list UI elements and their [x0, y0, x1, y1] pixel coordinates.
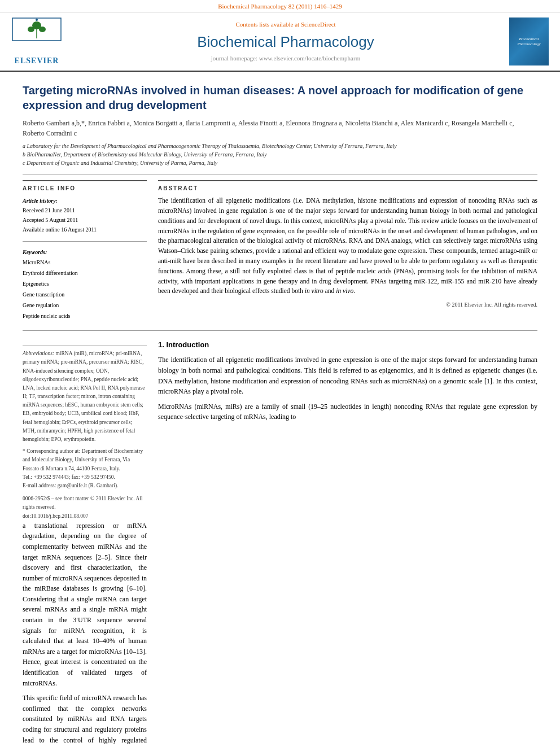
- body-left-column: Abbreviations: miRNA (miR), microRNA; pr…: [23, 340, 147, 521]
- doi-line: doi:10.1016/j.bcp.2011.08.007: [23, 512, 147, 521]
- keywords-label: Keywords:: [23, 247, 147, 257]
- keyword-3: Epigenetics: [23, 278, 147, 289]
- affiliation-a: a Laboratory for the Development of Phar…: [23, 142, 537, 150]
- available-date: Available online 16 August 2011: [23, 225, 147, 234]
- affiliation-b: b BioPharmaNet, Department of Biochemist…: [23, 150, 537, 159]
- svg-point-3: [28, 27, 34, 32]
- article-info-label: ARTICLE INFO: [23, 185, 147, 193]
- email-person: (R. Gambari).: [88, 483, 118, 488]
- elsevier-logo: ELSEVIER: [11, 17, 62, 66]
- authors-line: Roberto Gambari a,b,*, Enrica Fabbri a, …: [23, 118, 537, 138]
- article-info-box: ARTICLE INFO Article history: Received 2…: [23, 180, 147, 321]
- keyword-2: Erythroid differentiation: [23, 268, 147, 278]
- journal-name: Biochemical Pharmacology: [73, 32, 498, 52]
- abstract-text: The identification of all epigenetic mod…: [158, 196, 537, 296]
- email-line: E-mail address: gam@unife.it (R. Gambari…: [23, 482, 147, 490]
- accepted-date: Accepted 5 August 2011: [23, 215, 147, 225]
- elsevier-logo-svg: [11, 17, 62, 51]
- intro-heading: 1. Introduction: [158, 340, 537, 350]
- email-label: E-mail address:: [23, 483, 56, 488]
- body-separator: [23, 330, 537, 331]
- header-separator: [23, 174, 537, 174]
- received-date: Received 21 June 2011: [23, 206, 147, 215]
- keyword-1: MicroRNAs: [23, 257, 147, 268]
- journal-title-area: Contents lists available at ScienceDirec…: [73, 20, 498, 63]
- article-title: Targeting microRNAs involved in human di…: [23, 83, 537, 112]
- footnotes-area: Abbreviations: miRNA (miR), microRNA; pr…: [23, 346, 147, 521]
- keywords-section: Keywords: MicroRNAs Erythroid differenti…: [23, 241, 147, 321]
- history-label: Article history:: [23, 196, 147, 206]
- article-info-column: ARTICLE INFO Article history: Received 2…: [23, 180, 147, 321]
- authors-text: Roberto Gambari a,b,*, Enrica Fabbri a, …: [23, 119, 514, 137]
- keywords-separator: [23, 241, 147, 242]
- intro-para4-left: This specific field of microRNA research…: [23, 693, 147, 747]
- email-address: gam@unife.it: [58, 483, 87, 488]
- body-row2-left: a translational repression or mRNA degra…: [23, 521, 147, 747]
- journal-homepage: journal homepage: www.elsevier.com/locat…: [73, 54, 498, 63]
- keyword-list: MicroRNAs Erythroid differentiation Epig…: [23, 257, 147, 321]
- intro-para2: MicroRNAs (miRNAs, miRs) are a family of…: [158, 401, 537, 422]
- body-content: Abbreviations: miRNA (miR), microRNA; pr…: [23, 340, 537, 521]
- keyword-5: Gene regulation: [23, 300, 147, 311]
- thumb-title-text: BiochemicalPharmacology: [517, 37, 540, 46]
- abstract-column: ABSTRACT The identification of all epige…: [158, 180, 537, 321]
- journal-header: ELSEVIER Contents lists available at Sci…: [0, 12, 560, 72]
- abstract-box: ABSTRACT The identification of all epige…: [158, 180, 537, 309]
- sciencedirect-notice: Contents lists available at ScienceDirec…: [73, 20, 498, 29]
- journal-citation: Biochemical Pharmacology 82 (2011) 1416–…: [0, 0, 560, 12]
- keyword-6: Peptide nucleic acids: [23, 311, 147, 321]
- affiliation-c: c Department of Organic and Industrial C…: [23, 159, 537, 167]
- citation-text: Biochemical Pharmacology 82 (2011) 1416–…: [218, 3, 342, 10]
- intro-para3-left: a translational repression or mRNA degra…: [23, 521, 147, 689]
- abstract-label: ABSTRACT: [158, 185, 537, 193]
- elsevier-brand-text: ELSEVIER: [11, 55, 62, 67]
- journal-thumbnail: BiochemicalPharmacology: [509, 18, 549, 65]
- abstract-copyright: © 2011 Elsevier Inc. All rights reserved…: [158, 301, 537, 309]
- abbreviations-text: miRNA (miR), microRNA; pri-miRNA, primar…: [23, 351, 145, 442]
- abbreviations-label: Abbreviations:: [23, 351, 54, 356]
- sciencedirect-text: Contents lists available at ScienceDirec…: [235, 21, 335, 28]
- article-meta-section: ARTICLE INFO Article history: Received 2…: [23, 180, 537, 321]
- article-history: Article history: Received 21 June 2011 A…: [23, 196, 147, 234]
- body-row2-right: [158, 521, 537, 747]
- svg-point-5: [36, 19, 38, 21]
- affiliations: a Laboratory for the Development of Phar…: [23, 142, 537, 167]
- intro-para1: The identification of all epigenetic mod…: [158, 355, 537, 396]
- corresponding-block: * Corresponding author at: Department of…: [23, 447, 147, 473]
- svg-point-4: [39, 27, 46, 32]
- keywords-area: Keywords: MicroRNAs Erythroid differenti…: [23, 241, 147, 321]
- keyword-4: Gene transcription: [23, 289, 147, 300]
- corresponding-label: * Corresponding author at:: [23, 448, 80, 454]
- body-row2: a translational repression or mRNA degra…: [23, 521, 537, 747]
- body-right-column: 1. Introduction The identification of al…: [158, 340, 537, 521]
- copyright-footer-line: 0006-2952/$ – see front matter © 2011 El…: [23, 495, 147, 512]
- abbreviations-block: Abbreviations: miRNA (miR), microRNA; pr…: [23, 350, 147, 444]
- tel-line: Tel.: +39 532 974443; fax: +39 532 97450…: [23, 473, 147, 482]
- article-container: Targeting microRNAs involved in human di…: [0, 72, 560, 747]
